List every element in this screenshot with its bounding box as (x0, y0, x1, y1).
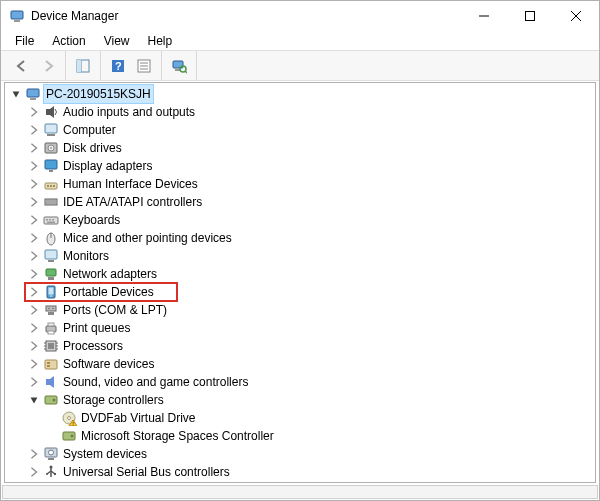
tree-item[interactable]: Display adapters (5, 157, 595, 175)
menu-action[interactable]: Action (44, 32, 93, 50)
app-icon (9, 8, 25, 24)
tree-item-label: Processors (63, 337, 123, 355)
expand-toggle-icon[interactable] (27, 195, 41, 209)
tree-item-label: System devices (63, 445, 147, 463)
expand-toggle-icon[interactable] (27, 447, 41, 461)
printer-icon (43, 320, 59, 336)
sound-icon (43, 374, 59, 390)
status-bar (2, 485, 598, 499)
tree-item-label: IDE ATA/ATAPI controllers (63, 193, 202, 211)
collapse-toggle-icon[interactable] (27, 393, 41, 407)
keyboard-icon (43, 212, 59, 228)
tree-item-label: Portable Devices (63, 283, 154, 301)
help-button[interactable]: ? (106, 54, 130, 78)
device-tree-panel: PC-20190515KSJHAudio inputs and outputsC… (4, 82, 596, 483)
menu-help[interactable]: Help (140, 32, 181, 50)
expand-toggle-icon[interactable] (27, 375, 41, 389)
expand-toggle-icon[interactable] (27, 321, 41, 335)
tree-item[interactable]: Storage controllers (5, 391, 595, 409)
cd-warn-icon (61, 410, 77, 426)
expand-toggle-icon[interactable] (27, 249, 41, 263)
collapse-toggle-icon[interactable] (9, 87, 23, 101)
tree-item-label: Disk drives (63, 139, 122, 157)
system-icon (43, 446, 59, 462)
tree-item-label: Display adapters (63, 157, 152, 175)
tree-item[interactable]: Human Interface Devices (5, 175, 595, 193)
monitor-icon (43, 248, 59, 264)
ports-icon (43, 302, 59, 318)
menu-file[interactable]: File (7, 32, 42, 50)
tree-item[interactable]: Monitors (5, 247, 595, 265)
tree-item[interactable]: Mice and other pointing devices (5, 229, 595, 247)
mouse-icon (43, 230, 59, 246)
menu-view[interactable]: View (96, 32, 138, 50)
pc-icon (25, 86, 41, 102)
expand-toggle-icon[interactable] (27, 303, 41, 317)
forward-button[interactable] (36, 54, 60, 78)
tree-item[interactable]: Universal Serial Bus controllers (5, 463, 595, 481)
expand-toggle-icon[interactable] (27, 357, 41, 371)
expand-toggle-icon[interactable] (27, 123, 41, 137)
usb-icon (43, 482, 59, 483)
tree-item-label: Universal Serial Bus devices (63, 481, 215, 483)
close-button[interactable] (553, 1, 599, 31)
expand-toggle-icon[interactable] (27, 177, 41, 191)
cpu-icon (43, 338, 59, 354)
expand-toggle-icon[interactable] (27, 105, 41, 119)
toolbar: ? (1, 51, 599, 81)
tree-item-label: Mice and other pointing devices (63, 229, 232, 247)
tree-child-item[interactable]: DVDFab Virtual Drive (5, 409, 595, 427)
window-titlebar: Device Manager (1, 1, 599, 31)
tree-root[interactable]: PC-20190515KSJH (5, 85, 595, 103)
svg-rect-76 (77, 60, 81, 72)
svg-line-86 (185, 71, 187, 73)
expand-toggle-icon[interactable] (27, 285, 41, 299)
properties-button[interactable] (132, 54, 156, 78)
tree-item[interactable]: Disk drives (5, 139, 595, 157)
menu-bar: File Action View Help (1, 31, 599, 51)
svg-text:?: ? (115, 60, 122, 72)
tree-item[interactable]: Ports (COM & LPT) (5, 301, 595, 319)
expand-toggle-icon[interactable] (27, 231, 41, 245)
software-icon (43, 356, 59, 372)
tree-item-label: Universal Serial Bus controllers (63, 463, 230, 481)
expand-toggle-icon[interactable] (27, 213, 41, 227)
tree-item[interactable]: Processors (5, 337, 595, 355)
minimize-button[interactable] (461, 1, 507, 31)
tree-item[interactable]: Sound, video and game controllers (5, 373, 595, 391)
tree-item[interactable]: System devices (5, 445, 595, 463)
ide-icon (43, 194, 59, 210)
tree-item-label: Ports (COM & LPT) (63, 301, 167, 319)
expand-toggle-icon[interactable] (27, 465, 41, 479)
usb-icon (43, 464, 59, 480)
tree-item[interactable]: Portable Devices (5, 283, 595, 301)
storage-icon (61, 428, 77, 444)
tree-item-label: Print queues (63, 319, 130, 337)
expand-toggle-icon[interactable] (27, 141, 41, 155)
svg-rect-68 (11, 11, 23, 19)
expand-toggle-icon[interactable] (27, 159, 41, 173)
device-tree[interactable]: PC-20190515KSJHAudio inputs and outputsC… (5, 83, 595, 483)
audio-icon (43, 104, 59, 120)
tree-item[interactable]: Universal Serial Bus devices (5, 481, 595, 483)
portable-icon (43, 284, 59, 300)
computer-icon (43, 122, 59, 138)
tree-item[interactable]: Software devices (5, 355, 595, 373)
storage-icon (43, 392, 59, 408)
tree-item-label: DVDFab Virtual Drive (81, 409, 195, 427)
back-button[interactable] (10, 54, 34, 78)
tree-item[interactable]: IDE ATA/ATAPI controllers (5, 193, 595, 211)
window-title: Device Manager (31, 9, 118, 23)
tree-item[interactable]: Keyboards (5, 211, 595, 229)
show-hide-console-tree-button[interactable] (71, 54, 95, 78)
maximize-button[interactable] (507, 1, 553, 31)
tree-item[interactable]: Audio inputs and outputs (5, 103, 595, 121)
tree-child-item[interactable]: Microsoft Storage Spaces Controller (5, 427, 595, 445)
tree-item[interactable]: Computer (5, 121, 595, 139)
expand-toggle-icon[interactable] (27, 267, 41, 281)
expand-toggle-icon[interactable] (27, 339, 41, 353)
tree-item[interactable]: Network adapters (5, 265, 595, 283)
scan-hardware-button[interactable] (167, 54, 191, 78)
tree-item[interactable]: Print queues (5, 319, 595, 337)
toggle-spacer (45, 411, 59, 425)
